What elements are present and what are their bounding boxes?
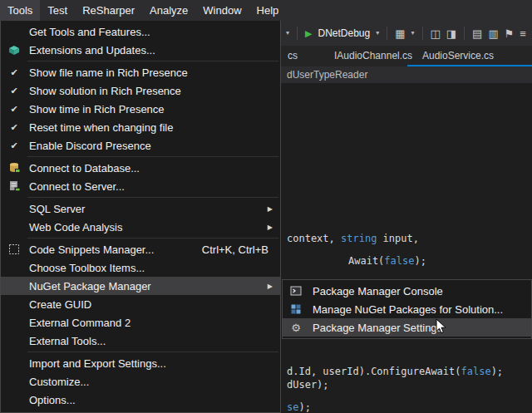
menubar: Tools Test ReSharper Analyze Window Help <box>0 0 532 21</box>
code-keyword: se <box>287 401 298 413</box>
menu-item-web-code-analysis[interactable]: Web Code Analysis ▶ <box>1 218 280 236</box>
check-icon: ✔ <box>5 63 23 81</box>
menu-item-external-command-2[interactable]: External Command 2 <box>1 313 280 332</box>
code-text: input, <box>377 233 419 244</box>
code-fragment: Await(false); <box>348 255 426 267</box>
submenu-item-label: Manage NuGet Packages for Solution... <box>313 303 503 316</box>
tools-menu: Get Tools and Features... Extensions and… <box>0 21 281 413</box>
menu-item-show-time-rich-presence[interactable]: ✔ Show time in Rich Presence <box>1 100 280 118</box>
tab-partial[interactable]: cs <box>279 46 306 66</box>
split-window-icon[interactable]: ◨ <box>446 28 456 39</box>
menu-item-label: Show time in Rich Presence <box>29 103 165 116</box>
check-icon: ✔ <box>5 118 23 136</box>
debug-target-chevron-icon[interactable]: ▾ <box>376 30 379 37</box>
check-icon: ✔ <box>5 81 23 100</box>
menu-item-code-snippets-manager[interactable]: Code Snippets Manager... Ctrl+K, Ctrl+B <box>1 240 280 258</box>
debug-target-label[interactable]: DNetDebug <box>318 27 370 39</box>
check-icon: ✔ <box>5 100 23 118</box>
check-icon: ✔ <box>5 136 23 155</box>
submenu-item-manage-nuget-packages-solution[interactable]: Manage NuGet Packages for Solution... <box>283 300 531 318</box>
menubar-item-resharper[interactable]: ReSharper <box>75 0 142 21</box>
menu-item-connect-to-server[interactable]: Connect to Server... <box>1 177 280 195</box>
menubar-item-tools[interactable]: Tools <box>0 0 40 21</box>
menu-item-label: SQL Server <box>29 203 85 215</box>
menu-item-import-export-settings[interactable]: Import and Export Settings... <box>1 354 280 372</box>
mouse-cursor <box>436 318 447 335</box>
menu-separator <box>27 352 278 352</box>
code-fragment: se); <box>287 401 311 413</box>
menu-item-label: Choose Toolbox Items... <box>29 262 145 274</box>
code-text: dUser); <box>287 379 329 391</box>
menu-item-label: Get Tools and Features... <box>29 26 150 38</box>
menubar-item-test[interactable]: Test <box>40 0 75 21</box>
menu-item-label: External Command 2 <box>29 317 131 329</box>
menu-separator <box>27 238 278 238</box>
code-text: ); <box>491 366 503 377</box>
menu-item-get-tools-and-features[interactable]: Get Tools and Features... <box>1 22 280 41</box>
code-text: ); <box>298 401 310 413</box>
uncomment-icon[interactable]: ▥ <box>488 28 498 39</box>
submenu-arrow-icon: ▶ <box>268 283 273 290</box>
tab-iaudiochannel[interactable]: IAudioChannel.cs <box>326 46 421 66</box>
menu-item-reset-time-changing-file[interactable]: ✔ Reset time when changing file <box>1 118 280 136</box>
code-text: context, <box>287 233 341 244</box>
toolbar-overflow-chevron-icon[interactable]: ▾ <box>286 30 289 37</box>
menubar-item-help[interactable]: Help <box>249 0 287 21</box>
menu-item-label: NuGet Package Manager <box>29 280 151 293</box>
database-icon <box>5 159 23 177</box>
new-window-icon[interactable]: ◫ <box>431 28 441 39</box>
menu-separator <box>27 61 278 61</box>
menu-item-nuget-package-manager[interactable]: NuGet Package Manager ▶ <box>1 277 280 295</box>
toolbar-separator <box>387 27 387 40</box>
attach-chevron-icon[interactable]: ▾ <box>411 30 415 37</box>
navbar-type-name: dUserTypeReader <box>287 69 367 81</box>
toolbar-separator <box>297 27 298 40</box>
menu-item-shortcut: Ctrl+K, Ctrl+B <box>185 243 268 256</box>
submenu-item-package-manager-console[interactable]: Package Manager Console <box>283 282 531 300</box>
gear-icon: ⚙ <box>287 318 305 337</box>
menubar-item-analyze[interactable]: Analyze <box>142 0 195 21</box>
menu-separator <box>27 197 278 198</box>
menu-item-label: Extensions and Updates... <box>29 44 155 57</box>
console-icon <box>287 282 305 300</box>
menu-item-connect-to-database[interactable]: Connect to Database... <box>1 159 280 177</box>
menu-item-extensions-and-updates[interactable]: Extensions and Updates... <box>1 41 280 59</box>
code-snippets-icon <box>5 240 23 258</box>
menu-item-label: Customize... <box>29 376 89 388</box>
nuget-packages-icon <box>287 300 305 318</box>
tab-audioservice[interactable]: AudioService.cs <box>414 46 502 66</box>
menu-item-create-guid[interactable]: Create GUID <box>1 295 280 313</box>
menubar-item-window[interactable]: Window <box>195 0 249 21</box>
menu-item-label: Create GUID <box>29 298 91 311</box>
menu-item-customize[interactable]: Customize... <box>1 372 280 391</box>
menu-item-enable-discord-presence[interactable]: ✔ Enable Discord Presence <box>1 136 280 155</box>
attach-to-process-icon[interactable]: ▦ <box>395 28 405 39</box>
code-fragment: context, string input, <box>287 233 419 244</box>
menu-item-options[interactable]: Options... <box>1 391 280 409</box>
code-text: Await( <box>348 255 384 267</box>
menu-item-external-tools[interactable]: External Tools... <box>1 332 280 350</box>
menu-item-label: Reset time when changing file <box>29 121 173 134</box>
menu-item-show-solution-rich-presence[interactable]: ✔ Show solution in Rich Presence <box>1 81 280 100</box>
menu-item-sql-server[interactable]: SQL Server ▶ <box>1 199 280 218</box>
task-list-icon[interactable]: ≡ <box>520 28 526 39</box>
nuget-submenu: Package Manager Console Manage NuGet Pac… <box>282 279 532 339</box>
code-keyword: false <box>461 366 491 377</box>
bookmark-icon[interactable]: ⚑ <box>505 28 515 39</box>
code-keyword: false <box>384 255 414 267</box>
start-debug-play-icon[interactable]: ▶ <box>305 29 312 38</box>
menu-item-choose-toolbox-items[interactable]: Choose Toolbox Items... <box>1 258 280 277</box>
comment-icon[interactable]: ▤ <box>472 28 482 39</box>
menu-item-label: Web Code Analysis <box>29 221 123 234</box>
code-text: d.Id, userId).ConfigureAwait( <box>287 366 461 377</box>
toolbar-separator <box>422 27 423 40</box>
submenu-arrow-icon: ▶ <box>268 205 273 213</box>
submenu-item-package-manager-settings[interactable]: ⚙ Package Manager Settings <box>283 318 531 337</box>
code-keyword: string <box>341 233 377 244</box>
toolbar-separator <box>464 27 465 40</box>
menu-item-show-file-name-rich-presence[interactable]: ✔ Show file name in Rich Presence <box>1 63 280 81</box>
menu-item-label: External Tools... <box>29 335 106 347</box>
menu-item-label: Import and Export Settings... <box>29 357 166 370</box>
menu-item-label: Show solution in Rich Presence <box>29 85 181 97</box>
menu-item-label: Code Snippets Manager... <box>29 243 154 256</box>
